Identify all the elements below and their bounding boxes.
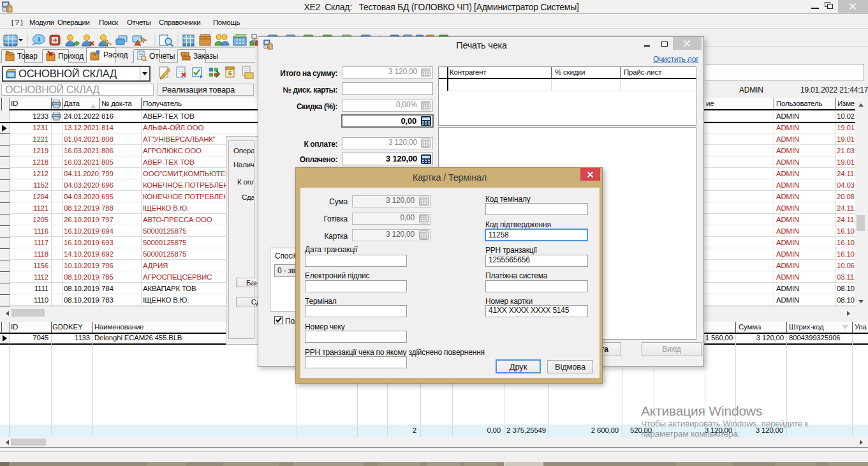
svg-text:i: i	[38, 36, 40, 43]
svg-text:5: 5	[228, 70, 232, 77]
